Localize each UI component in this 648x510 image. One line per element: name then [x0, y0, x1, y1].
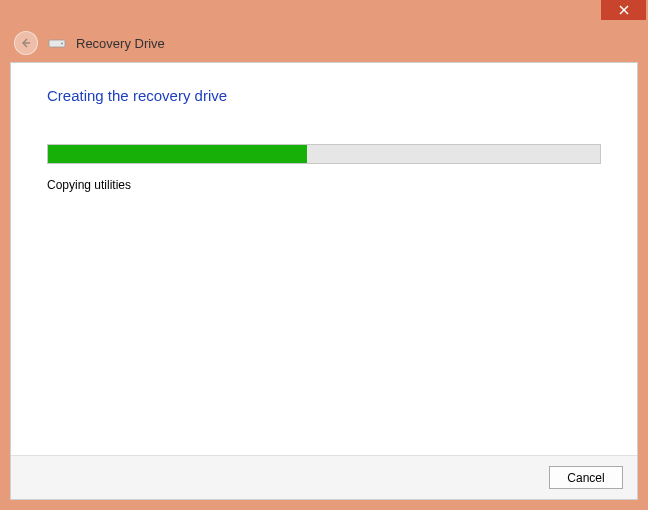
drive-icon: [48, 36, 66, 50]
svg-point-4: [61, 43, 63, 45]
progress-fill: [48, 145, 307, 163]
arrow-left-icon: [20, 37, 32, 49]
window-frame: Recovery Drive Creating the recovery dri…: [0, 0, 648, 510]
progress-bar: [47, 144, 601, 164]
close-button[interactable]: [601, 0, 646, 20]
back-button: [14, 31, 38, 55]
cancel-button[interactable]: Cancel: [549, 466, 623, 489]
page-heading: Creating the recovery drive: [47, 87, 601, 104]
footer: Cancel: [11, 455, 637, 499]
close-icon: [619, 5, 629, 15]
titlebar: [0, 0, 648, 24]
window-title: Recovery Drive: [76, 36, 165, 51]
content-panel: Creating the recovery drive Copying util…: [10, 62, 638, 500]
main-area: Creating the recovery drive Copying util…: [11, 63, 637, 192]
header: Recovery Drive: [0, 24, 648, 62]
status-text: Copying utilities: [47, 178, 601, 192]
